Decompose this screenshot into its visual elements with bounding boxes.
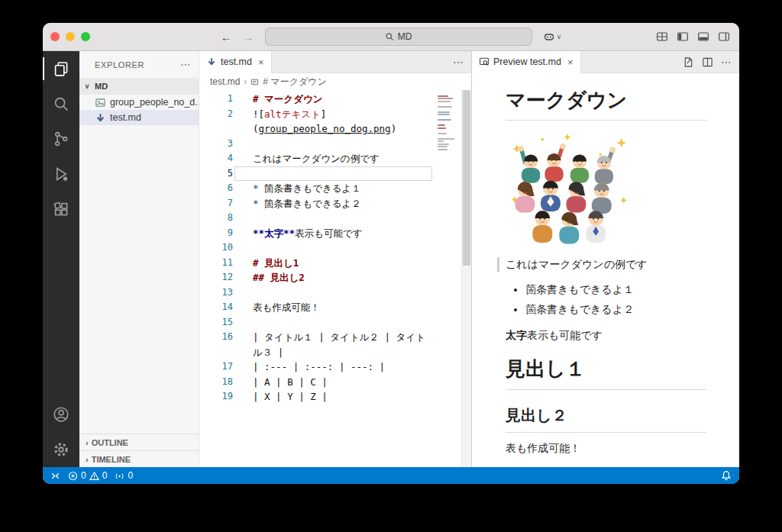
activity-run-debug-button[interactable] (43, 156, 79, 192)
file-row-image[interactable]: group_people_no_d... (79, 95, 199, 110)
code-line[interactable]: 16| タイトル１ | タイトル２ | タイト (199, 330, 435, 345)
account-button[interactable] (43, 397, 79, 432)
source-control-icon (53, 131, 69, 147)
scrollbar-thumb[interactable] (463, 90, 470, 266)
section-outline[interactable]: › OUTLINE (79, 434, 199, 450)
code-line[interactable]: 5 (199, 166, 435, 182)
more-actions-icon[interactable]: ⋯ (453, 56, 464, 68)
back-icon[interactable]: ← (221, 31, 232, 43)
remote-indicator[interactable] (50, 471, 60, 481)
preview-group: Preview test.md × ⋯ (471, 51, 739, 467)
code-text: ## 見出し2 (244, 270, 305, 285)
code-line[interactable]: 9**太字**表示も可能です (199, 226, 435, 241)
close-icon[interactable]: × (258, 56, 264, 68)
bell-icon (721, 470, 732, 481)
command-center-search[interactable]: MD (265, 27, 532, 46)
preview-list-item: 箇条書きもできるよ１ (525, 280, 706, 300)
editor-lines[interactable]: 1# マークダウン2![altテキスト](group_people_no_dog… (199, 90, 435, 467)
forward-icon[interactable]: → (243, 31, 254, 43)
search-icon (53, 95, 69, 112)
line-number: 1 (199, 92, 244, 107)
preview-list: 箇条書きもできるよ１箇条書きもできるよ２ (506, 280, 706, 320)
activity-explorer-button[interactable] (43, 51, 79, 86)
code-text: ル３ | (244, 345, 283, 360)
activity-extensions-button[interactable] (43, 192, 79, 227)
sidebar-title: EXPLORER (95, 60, 144, 69)
chevron-right-icon: › (244, 76, 247, 87)
editor-scrollbar[interactable] (461, 90, 471, 467)
tab-testmd[interactable]: test.md × (199, 51, 272, 73)
line-number: 19 (199, 389, 244, 405)
folder-row-md[interactable]: ∨ MD (79, 78, 199, 95)
code-line[interactable]: 10 (199, 240, 435, 256)
toggle-panel-icon[interactable] (697, 31, 709, 43)
open-in-editor-icon[interactable] (683, 56, 694, 68)
code-line[interactable]: 7* 箇条書きもできるよ２ (199, 196, 435, 211)
ports-indicator[interactable]: 0 (115, 470, 133, 481)
code-line[interactable]: 13 (199, 285, 435, 301)
activity-spacer (43, 227, 79, 397)
code-text: 表も作成可能！ (244, 300, 320, 315)
line-number: 13 (199, 285, 244, 301)
preview-bold-paragraph: 太字表示も可能です (506, 327, 706, 343)
customize-layout-icon[interactable] (656, 31, 668, 43)
editor-group: test.md × ⋯ test.md › # マークダウン 1# マークダウン… (199, 51, 471, 467)
notifications-button[interactable] (721, 470, 732, 481)
gear-icon (53, 441, 69, 458)
minimize-window-button[interactable] (66, 32, 75, 41)
toggle-primary-sidebar-icon[interactable] (677, 31, 689, 43)
problems-indicator[interactable]: 0 0 (68, 470, 107, 481)
code-line[interactable]: 17| :--- | :---: | ---: | (199, 360, 435, 375)
code-line[interactable]: 18| A | B | C | (199, 375, 435, 390)
code-line[interactable]: 3 (199, 137, 435, 152)
code-line[interactable]: 11# 見出し1 (199, 256, 435, 271)
breadcrumb[interactable]: test.md › # マークダウン (199, 73, 471, 90)
code-line[interactable]: 15 (199, 315, 435, 330)
close-icon[interactable]: × (567, 56, 574, 68)
more-actions-icon[interactable]: ⋯ (721, 56, 732, 68)
line-number: 8 (199, 211, 244, 226)
close-window-button[interactable] (50, 32, 60, 41)
line-number: 7 (199, 196, 244, 211)
split-editor-icon[interactable] (702, 56, 713, 68)
toggle-secondary-sidebar-icon[interactable] (718, 31, 730, 43)
copilot-menu[interactable]: ∨ (543, 31, 562, 43)
main-area: EXPLORER ⋯ ∨ MD group_people_no_d... (43, 51, 739, 467)
code-line[interactable]: 6* 箇条書きもできるよ１ (199, 181, 435, 196)
preview-list-item: 箇条書きもできるよ２ (525, 300, 706, 320)
code-text (244, 166, 253, 182)
preview-actions: ⋯ (675, 51, 739, 73)
code-text: **太字**表示も可能です (244, 226, 363, 241)
code-line[interactable]: 19| X | Y | Z | (199, 389, 435, 405)
code-line[interactable]: ル３ | (199, 345, 435, 360)
account-icon (53, 406, 69, 423)
code-line[interactable]: 8 (199, 211, 435, 226)
line-number: 4 (199, 151, 244, 166)
tab-preview-testmd[interactable]: Preview test.md × (472, 51, 581, 73)
screen: { "theme": { "status_bar": "#007acc", "a… (0, 0, 782, 532)
code-line[interactable]: 12## 見出し2 (199, 270, 435, 285)
maximize-window-button[interactable] (81, 32, 90, 41)
sidebar-more-icon[interactable]: ⋯ (180, 59, 191, 70)
markdown-file-icon (206, 56, 217, 67)
markdown-file-icon (95, 112, 106, 124)
code-line[interactable]: 2![altテキスト] (199, 107, 435, 122)
section-timeline[interactable]: › TIMELINE (79, 450, 199, 467)
minimap[interactable] (435, 90, 461, 467)
activity-source-control-button[interactable] (43, 121, 79, 156)
breadcrumb-file[interactable]: test.md (210, 76, 240, 87)
code-line[interactable]: 4これはマークダウンの例です (199, 151, 435, 166)
editor-body: 1# マークダウン2![altテキスト](group_people_no_dog… (199, 90, 471, 467)
line-number: 11 (199, 256, 244, 271)
search-icon (385, 32, 394, 41)
preview-h1: マークダウン (506, 87, 706, 121)
code-line[interactable]: 14表も作成可能！ (199, 300, 435, 315)
error-count: 0 (81, 470, 86, 481)
breadcrumb-symbol[interactable]: # マークダウン (263, 76, 326, 89)
settings-button[interactable] (43, 432, 79, 467)
activity-search-button[interactable] (43, 86, 79, 121)
code-line[interactable]: (group_people_no_dog.png) (199, 121, 435, 137)
file-row-testmd[interactable]: test.md (79, 110, 199, 125)
sidebar-bottom-sections: › OUTLINE › TIMELINE (79, 434, 199, 467)
code-line[interactable]: 1# マークダウン (199, 92, 435, 107)
